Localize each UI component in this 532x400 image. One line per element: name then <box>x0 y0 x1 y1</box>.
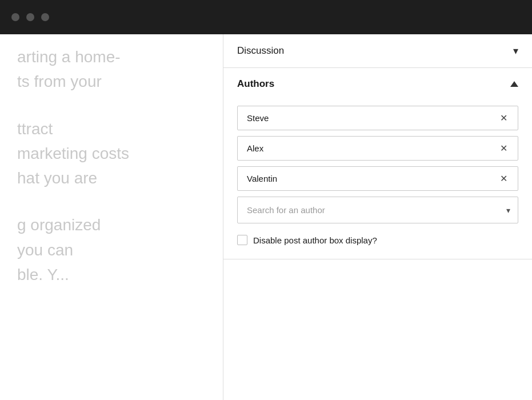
discussion-title: Discussion <box>237 45 284 57</box>
discussion-section-header[interactable]: Discussion ▾ <box>223 34 532 68</box>
traffic-light-2 <box>26 13 34 21</box>
disable-author-box-row: Disable post author box display? <box>237 233 518 247</box>
author-name-steve: Steve <box>247 113 269 123</box>
top-bar <box>0 0 532 34</box>
authors-header[interactable]: Authors <box>223 68 532 100</box>
traffic-light-3 <box>41 13 49 21</box>
author-search-wrapper: ▾ <box>237 197 518 223</box>
left-line-5: hat you are <box>17 167 206 189</box>
author-tag-steve: Steve ✕ <box>237 106 518 130</box>
triangle-up-icon <box>510 81 518 87</box>
left-panel: arting a home- ts from your ttract marke… <box>0 34 223 400</box>
author-tag-alex: Alex ✕ <box>237 136 518 161</box>
remove-alex-button[interactable]: ✕ <box>499 144 509 153</box>
disable-author-box-label: Disable post author box display? <box>253 235 377 245</box>
author-search-input[interactable] <box>237 197 518 223</box>
author-name-valentin: Valentin <box>247 174 277 183</box>
remove-valentin-button[interactable]: ✕ <box>499 174 509 183</box>
right-panel: Discussion ▾ Authors Steve ✕ Alex ✕ <box>223 34 532 400</box>
left-line-1: arting a home- <box>17 46 206 68</box>
author-tag-valentin: Valentin ✕ <box>237 166 518 191</box>
left-line-3: ttract <box>17 118 206 140</box>
left-line-8: ble. Y... <box>17 263 206 286</box>
author-name-alex: Alex <box>247 143 263 153</box>
disable-author-box-checkbox[interactable] <box>237 235 247 245</box>
authors-section: Authors Steve ✕ Alex ✕ Valentin ✕ <box>223 68 532 259</box>
authors-content: Steve ✕ Alex ✕ Valentin ✕ ▾ <box>223 100 532 259</box>
left-line-7: you can <box>17 239 206 261</box>
left-line-2: ts from your <box>17 70 206 93</box>
authors-title: Authors <box>237 78 274 90</box>
traffic-light-1 <box>11 13 19 21</box>
left-line-4: marketing costs <box>17 142 206 165</box>
left-line-6: g organized <box>17 214 206 236</box>
left-panel-text: arting a home- ts from your ttract marke… <box>17 46 206 286</box>
chevron-down-icon: ▾ <box>513 45 518 57</box>
remove-steve-button[interactable]: ✕ <box>499 114 509 123</box>
main-layout: arting a home- ts from your ttract marke… <box>0 34 532 400</box>
